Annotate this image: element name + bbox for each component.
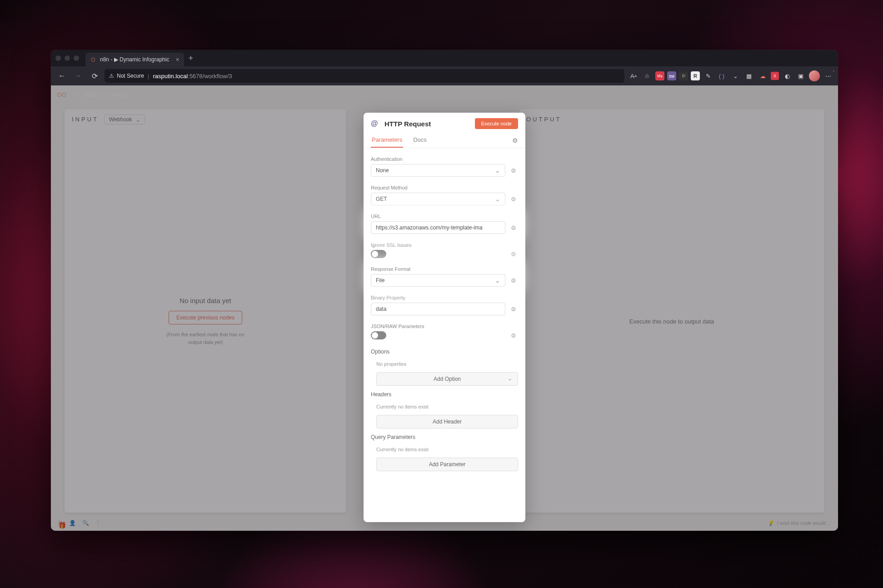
- ext-icon-3[interactable]: ⚐: [679, 71, 688, 80]
- binary-property-input[interactable]: data: [371, 303, 505, 315]
- back-to-canvas-bar[interactable]: ⬡⬡ ← Back to canvas: [51, 85, 838, 104]
- input-panel-title: INPUT: [72, 116, 99, 123]
- param-gear-icon[interactable]: ⚙: [509, 167, 518, 174]
- browser-window: ⬡ n8n - ▶ Dynamic Infographic × + ← → ⟳ …: [51, 50, 838, 531]
- node-title: HTTP Request: [384, 120, 471, 128]
- param-binary-property: Binary Property data ⚙: [371, 292, 518, 318]
- input-source-value: Webhook: [109, 116, 132, 123]
- param-gear-icon[interactable]: ⚙: [509, 224, 518, 231]
- param-ignore-ssl: Ignore SSL Issues ⚙: [371, 239, 518, 261]
- param-json-raw: JSON/RAW Parameters ⚙: [371, 321, 518, 342]
- authentication-select[interactable]: None: [371, 164, 505, 177]
- arrow-left-icon: ←: [73, 90, 80, 99]
- add-header-button[interactable]: Add Header: [376, 415, 518, 429]
- ext-icon-6[interactable]: ( ): [716, 70, 727, 81]
- nav-forward-icon[interactable]: →: [72, 70, 85, 82]
- footer-icon[interactable]: 🔍: [82, 520, 89, 526]
- close-tab-icon[interactable]: ×: [175, 56, 179, 63]
- ext-icon-1[interactable]: M₃: [655, 71, 664, 80]
- param-request-method: Request Method GET ⚙: [371, 182, 518, 208]
- response-format-select[interactable]: File: [371, 274, 505, 287]
- footer-icon[interactable]: ⋮: [95, 520, 101, 526]
- lightbulb-icon: 💡: [768, 520, 774, 526]
- param-label: Binary Property: [371, 295, 518, 300]
- library-icon[interactable]: ▣: [795, 70, 806, 81]
- execute-previous-button[interactable]: Execute previous nodes: [169, 311, 242, 324]
- no-properties-text: No properties: [376, 361, 518, 367]
- param-response-format: Response Format File ⚙: [371, 264, 518, 289]
- ext-icon-8[interactable]: ☁: [757, 70, 768, 81]
- add-parameter-button[interactable]: Add Parameter: [376, 458, 518, 471]
- node-settings-gear-icon[interactable]: ⚙: [512, 133, 518, 148]
- param-gear-icon[interactable]: ⚙: [509, 332, 518, 339]
- param-label: Response Format: [371, 266, 518, 272]
- url-host: rasputin.local: [153, 73, 188, 80]
- at-sign-icon: @: [371, 119, 381, 129]
- window-minimize[interactable]: [65, 55, 70, 61]
- address-bar[interactable]: ⚠ Not Secure | rasputin.local:5678/workf…: [105, 69, 624, 83]
- node-editor-modal: @ HTTP Request Execute node Parameters D…: [364, 113, 525, 522]
- param-gear-icon[interactable]: ⚙: [509, 196, 518, 203]
- authentication-value: None: [376, 167, 389, 174]
- browser-toolbar: ← → ⟳ ⚠ Not Secure | rasputin.local:5678…: [51, 66, 838, 85]
- feedback-text: I wish this node would…: [777, 520, 831, 526]
- param-gear-icon[interactable]: ⚙: [509, 251, 518, 258]
- param-label: Ignore SSL Issues: [371, 242, 518, 248]
- ext-icon-2[interactable]: sw: [667, 71, 676, 80]
- feedback-prompt[interactable]: 💡 I wish this node would…: [768, 520, 831, 526]
- url-value: https://s3.amazonaws.com/my-template-ima: [376, 224, 483, 231]
- options-section-title: Options: [371, 349, 518, 355]
- pocket-icon[interactable]: ⌄: [730, 70, 741, 81]
- param-label: URL: [371, 214, 518, 219]
- tab-title: n8n - ▶ Dynamic Infographic: [100, 56, 169, 63]
- param-label: Authentication: [371, 156, 518, 162]
- param-authentication: Authentication None ⚙: [371, 154, 518, 179]
- star-icon[interactable]: ☆: [642, 70, 653, 81]
- query-section-title: Query Parameters: [371, 434, 518, 440]
- url-path: :5678/workflow/3: [188, 73, 232, 80]
- shield-icon[interactable]: ◐: [782, 70, 793, 81]
- window-controls: [55, 55, 79, 61]
- gift-icon[interactable]: 🎁: [58, 522, 66, 529]
- ext-icon-9[interactable]: 0: [771, 72, 779, 80]
- param-gear-icon[interactable]: ⚙: [509, 306, 518, 313]
- output-panel-title: OUTPUT: [526, 116, 561, 123]
- browser-tab[interactable]: ⬡ n8n - ▶ Dynamic Infographic ×: [85, 53, 184, 66]
- execute-node-button[interactable]: Execute node: [475, 118, 518, 129]
- tab-docs[interactable]: Docs: [412, 133, 428, 148]
- nav-reload-icon[interactable]: ⟳: [88, 70, 101, 82]
- json-raw-toggle[interactable]: [371, 331, 386, 339]
- nav-back-icon[interactable]: ←: [55, 70, 68, 82]
- url-input[interactable]: https://s3.amazonaws.com/my-template-ima: [371, 221, 505, 234]
- ext-icon-4[interactable]: R: [691, 71, 700, 80]
- request-method-value: GET: [376, 196, 387, 202]
- footer-icon[interactable]: 👤: [69, 520, 76, 526]
- add-option-button[interactable]: Add Option: [376, 372, 518, 386]
- input-hint: (From the earliest node that has no outp…: [160, 331, 251, 346]
- browser-tab-bar: ⬡ n8n - ▶ Dynamic Infographic × +: [51, 50, 838, 66]
- ext-icon-5[interactable]: ✎: [703, 70, 713, 81]
- input-panel: INPUT Webhook No input data yet Execute …: [65, 109, 346, 513]
- output-empty-message: Execute this node to output data: [629, 318, 714, 325]
- param-gear-icon[interactable]: ⚙: [509, 277, 518, 284]
- param-label: JSON/RAW Parameters: [371, 324, 518, 329]
- response-format-value: File: [376, 277, 384, 284]
- back-label: Back to canvas: [84, 91, 127, 98]
- param-url: URL https://s3.amazonaws.com/my-template…: [371, 211, 518, 237]
- not-secure-badge: ⚠ Not Secure: [109, 73, 144, 79]
- input-source-select[interactable]: Webhook: [104, 115, 145, 125]
- window-zoom[interactable]: [74, 55, 79, 61]
- new-tab-button[interactable]: +: [189, 54, 194, 63]
- n8n-logo-icon: ⬡⬡: [57, 89, 69, 100]
- text-size-icon[interactable]: AA: [628, 70, 639, 81]
- window-close[interactable]: [55, 55, 61, 61]
- output-panel: OUTPUT Execute this node to output data: [519, 109, 824, 513]
- request-method-select[interactable]: GET: [371, 193, 505, 205]
- tab-parameters[interactable]: Parameters: [371, 133, 403, 148]
- app-menu-icon[interactable]: ⋯: [823, 70, 833, 81]
- ext-icon-7[interactable]: ▦: [743, 70, 754, 81]
- profile-avatar[interactable]: [809, 70, 820, 81]
- ignore-ssl-toggle[interactable]: [371, 250, 386, 258]
- param-label: Request Method: [371, 185, 518, 190]
- warning-triangle-icon: ⚠: [109, 73, 114, 79]
